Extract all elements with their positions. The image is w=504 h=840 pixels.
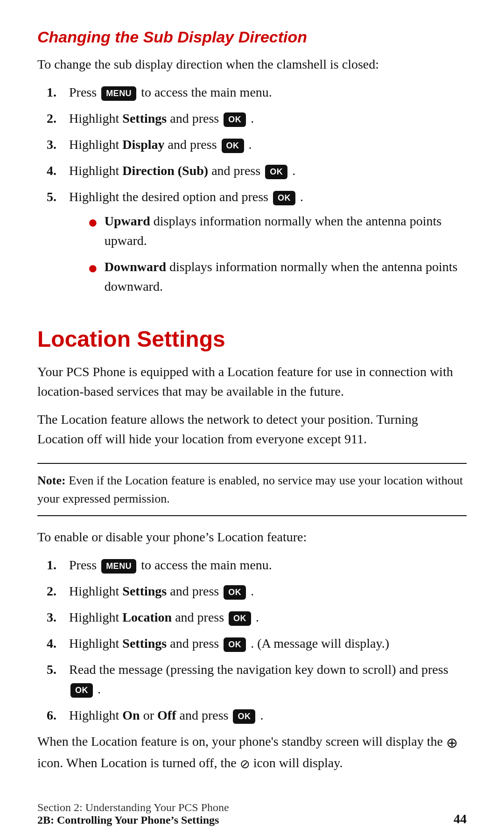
loc-step-content-2: Highlight Settings and press OK . <box>69 581 467 601</box>
bold-direction-sub: Direction (Sub) <box>122 163 208 178</box>
footer-section-label: Section 2: Understanding Your PCS Phone <box>37 801 229 814</box>
location-para1: Your PCS Phone is equipped with a Locati… <box>37 362 467 401</box>
loc-step-num-1: 1. <box>47 555 69 575</box>
ok-badge-2: OK <box>224 112 246 127</box>
step-5: 5. Highlight the desired option and pres… <box>47 187 467 303</box>
ok-badge-4: OK <box>265 165 287 179</box>
crosshair-icon: ⊕ <box>446 735 458 750</box>
bullet-upward: ● Upward displays information normally w… <box>88 211 467 251</box>
ok-badge-3: OK <box>222 139 244 153</box>
step-num-2: 2. <box>47 109 69 128</box>
loc-step-content-3: Highlight Location and press OK . <box>69 608 467 627</box>
ok-badge-5: OK <box>273 191 295 205</box>
bullet-content-upward: Upward displays information normally whe… <box>105 211 467 251</box>
loc-step-num-2: 2. <box>47 581 69 601</box>
location-intro2: To enable or disable your phone’s Locati… <box>37 527 467 547</box>
note-text: Even if the Location feature is enabled,… <box>37 474 463 505</box>
location-title: Location Settings <box>37 326 467 352</box>
step-1: 1. Press MENU to access the main menu. <box>47 83 467 102</box>
step-4: 4. Highlight Direction (Sub) and press O… <box>47 161 467 181</box>
sub-display-section: Changing the Sub Display Direction To ch… <box>37 28 467 303</box>
page-footer: Section 2: Understanding Your PCS Phone … <box>37 801 467 826</box>
step-2: 2. Highlight Settings and press OK . <box>47 109 467 128</box>
bullet-dot-1: ● <box>88 210 98 235</box>
loc-bold-location: Location <box>122 610 172 624</box>
bold-display: Display <box>122 137 164 152</box>
loc-step-6: 6. Highlight On or Off and press OK . <box>47 706 467 725</box>
note-box: Note: Even if the Location feature is en… <box>37 463 467 516</box>
loc-step-4: 4. Highlight Settings and press OK . (A … <box>47 634 467 653</box>
location-section: Location Settings Your PCS Phone is equi… <box>37 326 467 773</box>
loc-step-2: 2. Highlight Settings and press OK . <box>47 581 467 601</box>
loc-step-content-6: Highlight On or Off and press OK . <box>69 706 467 725</box>
loc-ok-badge-3: OK <box>229 611 251 626</box>
step-content-2: Highlight Settings and press OK . <box>69 109 467 128</box>
loc-step-content-1: Press MENU to access the main menu. <box>69 555 467 575</box>
loc-ok-badge-4: OK <box>224 637 246 652</box>
bold-settings-1: Settings <box>122 111 167 126</box>
sub-display-steps: 1. Press MENU to access the main menu. 2… <box>47 83 467 303</box>
footer-page-number: 44 <box>454 812 467 826</box>
bullet-dot-2: ● <box>88 255 98 280</box>
loc-step-num-5: 5. <box>47 660 69 679</box>
step-3: 3. Highlight Display and press OK . <box>47 135 467 154</box>
loc-step-content-5: Read the message (pressing the navigatio… <box>69 660 467 699</box>
sub-display-title: Changing the Sub Display Direction <box>37 28 467 46</box>
step-num-4: 4. <box>47 161 69 181</box>
direction-bullets: ● Upward displays information normally w… <box>88 211 467 296</box>
note-label: Note: <box>37 474 66 487</box>
location-closing: When the Location feature is on, your ph… <box>37 732 467 773</box>
bullet-content-downward: Downward displays information normally w… <box>105 257 467 296</box>
loc-step-1: 1. Press MENU to access the main menu. <box>47 555 467 575</box>
loc-step-content-4: Highlight Settings and press OK . (A mes… <box>69 634 467 653</box>
loc-step-3: 3. Highlight Location and press OK . <box>47 608 467 627</box>
loc-step-num-3: 3. <box>47 608 69 627</box>
bold-downward: Downward <box>105 259 166 274</box>
loc-bold-settings-2: Settings <box>122 636 167 651</box>
loc-ok-badge-6: OK <box>233 709 255 724</box>
step-num-5: 5. <box>47 187 69 207</box>
sub-display-intro: To change the sub display direction when… <box>37 55 467 74</box>
step-num-3: 3. <box>47 135 69 154</box>
loc-step-num-4: 4. <box>47 634 69 653</box>
loc-menu-badge-1: MENU <box>101 559 136 574</box>
loc-bold-settings-1: Settings <box>122 584 167 598</box>
loc-ok-badge-2: OK <box>224 585 246 600</box>
footer-subsection: 2B: Controlling Your Phone’s Settings <box>37 814 229 826</box>
step-content-4: Highlight Direction (Sub) and press OK . <box>69 161 467 181</box>
loc-bold-off: Off <box>157 708 176 722</box>
slash-icon: ⊘ <box>240 755 250 773</box>
footer-left: Section 2: Understanding Your PCS Phone … <box>37 801 229 826</box>
loc-step-5: 5. Read the message (pressing the naviga… <box>47 660 467 699</box>
location-steps: 1. Press MENU to access the main menu. 2… <box>47 555 467 725</box>
step-content-1: Press MENU to access the main menu. <box>69 83 467 102</box>
step-num-1: 1. <box>47 83 69 102</box>
step-content-5: Highlight the desired option and press O… <box>69 187 467 303</box>
loc-ok-badge-5: OK <box>70 683 93 698</box>
menu-badge-1: MENU <box>101 86 136 101</box>
loc-step-num-6: 6. <box>47 706 69 725</box>
bold-upward: Upward <box>105 214 150 228</box>
step-content-3: Highlight Display and press OK . <box>69 135 467 154</box>
location-para2: The Location feature allows the network … <box>37 410 467 449</box>
loc-bold-on: On <box>122 708 140 722</box>
bullet-downward: ● Downward displays information normally… <box>88 257 467 296</box>
